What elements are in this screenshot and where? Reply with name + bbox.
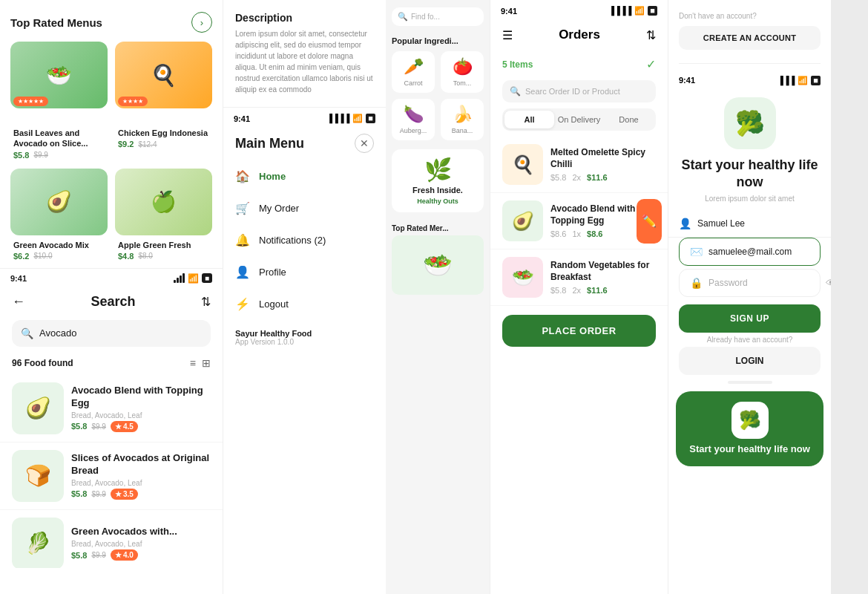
menu-card-1[interactable]: 🥗 ★★★★★ Basil Leaves and Avocado on Slic… [10,42,108,161]
order-item-3-info: Random Vegetables for Breakfast $5.8 2x … [550,260,656,295]
menu-card-3[interactable]: 🥑 Green Avocado Mix $6.2 $10.0 [10,169,108,262]
description-text: Lorem ipsum dolor sit amet, consectetur … [235,28,374,95]
food-result-2-old: $9.9 [91,490,105,498]
email-icon: ✉️ [690,246,703,258]
logo-icon: 🥦 [735,109,765,137]
grid-view-icon[interactable]: ⊞ [202,357,211,369]
view-toggle: ≡ ⊞ [190,357,211,369]
nav-my-order[interactable]: 🛒 My Order [223,192,386,224]
menu-card-4-name: Apple Green Fresh [118,240,209,250]
aubergine-label: Auberg... [400,127,427,134]
password-input[interactable] [708,278,820,288]
orders-search-box[interactable]: 🔍 Searc Order ID or Product [502,80,656,102]
order-item-2[interactable]: 🥑 Avocado Blend with Topping Egg $8.6 1x… [490,193,668,249]
home-icon: 🏠 [235,169,250,183]
order-tabs: All On Delivery Done [502,108,656,131]
top-rated-nav-btn[interactable]: › [191,12,212,33]
sign-up-button[interactable]: SIGN UP [679,304,821,333]
order-item-1-total: $11.6 [587,173,608,182]
found-count: 96 Food found [12,358,73,368]
ingredient-carrot[interactable]: 🥕 Carrot [392,51,435,93]
nav-notifications[interactable]: 🔔 Notifications (2) [223,224,386,256]
hamburger-menu[interactable]: ☰ [502,28,513,42]
create-account-button[interactable]: CREATE AN ACCOUNT [679,26,821,50]
logout-icon: ⚡ [235,297,250,311]
nav-logout[interactable]: ⚡ Logout [223,288,386,320]
app-logo: 🥦 [724,97,776,149]
list-view-icon[interactable]: ≡ [190,357,196,369]
menu-card-4-img: 🍏 [115,169,212,235]
login-button[interactable]: LOGIN [679,347,821,375]
main-menu-header: Main Menu ✕ [223,126,386,160]
right-spacer [831,0,838,594]
panel2-status-icons: ▐▐▐▐ 📶 ■ [326,114,375,123]
search-results-list: 🥑 Avocado Blend with Topping Egg Bread, … [0,375,223,568]
user-name-input[interactable] [697,218,821,229]
food-result-3[interactable]: 🥬 Green Avocados with... Bread, Avocado,… [0,510,223,568]
order-item-1[interactable]: 🍳 Melted Omelette Spicy Chilli $5.8 2x $… [490,137,668,193]
orders-status-bar: 9:41 ▐▐▐▐ 📶 ■ [490,0,668,22]
food-result-2-tags: Bread, Avocado, Leaf [71,479,211,487]
ingredient-banana[interactable]: 🍌 Bana... [441,99,484,140]
food-result-3-name: Green Avocados with... [71,526,211,538]
check-icon: ✓ [646,57,656,71]
nav-notifications-label: Notifications (2) [259,235,326,246]
tomato-label: Tom... [453,79,472,87]
place-order-button[interactable]: PLACE ORDER [502,315,656,347]
signup-headline: Start your healthy life now [679,157,821,192]
nav-my-order-label: My Order [259,203,299,214]
panel-orders: 9:41 ▐▐▐▐ 📶 ■ ☰ Orders ⇅ 5 Items ✓ 🔍 Sea… [490,0,668,594]
tab-on-delivery[interactable]: On Delivery [554,111,604,128]
tab-done[interactable]: Done [604,111,654,128]
ingr-search-icon: 🔍 [398,12,408,22]
search-input-container[interactable]: 🔍 [12,320,211,347]
order-item-3-thumb: 🥗 [502,257,543,298]
filter-button[interactable]: ⇅ [201,295,211,309]
banana-label: Bana... [452,127,473,134]
email-input[interactable] [708,247,820,257]
profile-headline: Start your healthy life now [689,443,810,456]
menu-card-2[interactable]: 🍳 ★★★★ Chicken Egg Indonesia $9.2 $12.4 [115,42,212,161]
order-item-2-total: $8.6 [587,229,602,238]
search-input[interactable] [39,327,202,339]
sort-button[interactable]: ⇅ [646,28,656,42]
nav-home[interactable]: 🏠 Home [223,160,386,192]
top-rated-section: Top Rated Menus › 🥗 ★★★★★ Basil Leaves a… [0,0,223,268]
edit-order-button[interactable]: ✏️ [637,199,662,244]
back-button[interactable]: ← [12,294,25,310]
food-result-2[interactable]: 🍞 Slices of Avocados at Original Bread B… [0,443,223,510]
order-item-2-thumb: 🥑 [502,200,543,241]
ingredient-aubergine[interactable]: 🍆 Auberg... [392,99,435,140]
ingredients-search[interactable]: 🔍 Find fo... [392,7,484,26]
app-name: Sayur Healthy Food [235,329,374,338]
tab-all[interactable]: All [504,111,554,128]
app-name-version: Sayur Healthy Food App Version 1.0.0 [223,320,386,355]
order-item-3-price: $5.8 [550,286,566,295]
top-rated-title: Top Rated Menus [10,16,102,29]
orders-header: ☰ Orders ⇅ [490,22,668,48]
ingredient-tomato[interactable]: 🍅 Tom... [441,51,484,93]
menu-card-4[interactable]: 🍏 Apple Green Fresh $4.8 $8.0 [115,169,212,262]
nav-profile-label: Profile [259,267,286,278]
order-item-1-price: $5.8 [550,173,566,182]
show-password-icon[interactable]: 👁 [826,277,831,289]
food-result-1[interactable]: 🥑 Avocado Blend with Topping Egg Bread, … [0,375,223,443]
signup-status-icons: ▐▐▐ 📶 ■ [777,76,821,85]
panel2-time: 9:41 [234,114,250,123]
search-time: 9:41 [10,274,27,283]
food-result-1-name: Avocado Blend with Topping Egg [71,385,211,410]
banana-icon: 🍌 [453,105,473,124]
menu-card-2-price: $9.2 [118,140,134,148]
order-item-3[interactable]: 🥗 Random Vegetables for Breakfast $5.8 2… [490,249,668,306]
nav-profile[interactable]: 👤 Profile [223,256,386,288]
tomato-icon: 🍅 [453,57,473,76]
cart-icon: 🛒 [235,201,250,215]
user-icon: 👤 [679,218,691,229]
food-result-2-thumb: 🍞 [12,450,64,502]
close-menu-button[interactable]: ✕ [355,134,374,153]
description-section: Description Lorem ipsum dolor sit amet, … [223,0,386,108]
food-result-2-name: Slices of Avocados at Original Bread [71,452,211,477]
nav-home-label: Home [259,171,286,182]
signup-sub: Lorem ipsum dolor sit amet [679,195,821,203]
popular-ingredients-title: Popular Ingredi... [386,33,490,51]
